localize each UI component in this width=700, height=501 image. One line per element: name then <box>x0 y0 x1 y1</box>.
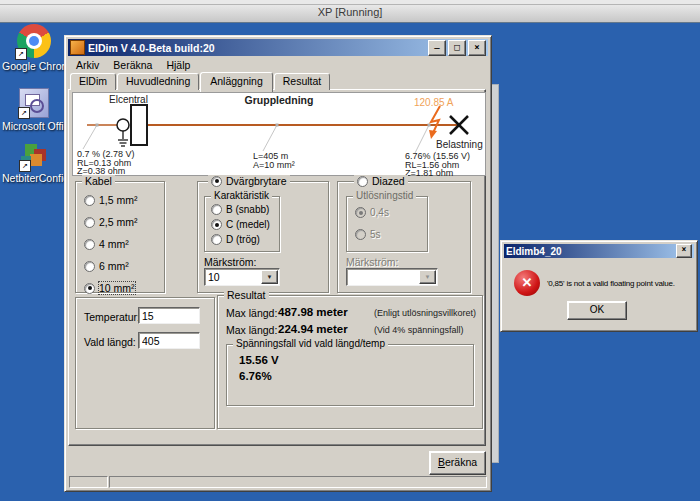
leader-line-left <box>83 125 97 149</box>
tab-anlaggning[interactable]: Anläggning <box>200 72 273 92</box>
radio-2-5mm2[interactable]: 2,5 mm² <box>84 216 138 228</box>
shortcut-arrow-icon: ↗ <box>18 107 30 119</box>
host-window-title: XP [Running] <box>0 6 700 18</box>
leader-line-right <box>415 125 429 153</box>
left-info-labels: 0.7 % (2.78 V) RL=0.13 ohm Z=0.38 ohm <box>77 150 135 176</box>
window-title: ElDim V 4.0-Beta build:20 <box>88 42 428 54</box>
elcentral-symbol <box>131 105 147 145</box>
radio-label: 1,5 mm² <box>99 194 138 206</box>
radio-icon <box>355 229 366 240</box>
resultat-caption: Resultat <box>224 289 269 301</box>
radio-icon <box>211 176 222 187</box>
dropdown-arrow-icon[interactable]: ▼ <box>261 270 278 284</box>
utlosningstid-caption: Utlösningstid <box>353 190 416 201</box>
spanningsfall-volt: 15.56 V <box>239 354 279 366</box>
spanningsfall-caption: Spänningsfall vid vald längd/temp <box>233 338 388 349</box>
max-langd-note-2: (Vid 4% spänningsfall) <box>374 325 463 335</box>
markstrom-label-disabled: Märkström: <box>346 256 399 268</box>
kabel-caption: Kabel <box>82 175 115 187</box>
radio-label: 4 mm² <box>99 238 129 250</box>
error-icon: ✕ <box>514 270 540 296</box>
ok-button[interactable]: OK <box>567 301 627 320</box>
minimize-button[interactable]: _ <box>428 40 446 56</box>
radio-6mm2[interactable]: 6 mm² <box>84 260 129 272</box>
eldim-window: ElDim V 4.0-Beta build:20 _ □ × Arkiv Be… <box>64 35 492 492</box>
radio-icon <box>211 204 222 215</box>
desktop-icon-label: NetbiterConfig <box>2 173 69 184</box>
radio-5s: 5s <box>355 229 381 240</box>
radio-label: Dvärgbrytare <box>226 175 287 187</box>
resultat-group: Resultat Max längd: 487.98 meter (Enligt… <box>217 295 483 429</box>
max-langd-value-1: 487.98 meter <box>278 306 348 318</box>
berakna-button[interactable]: Beräkna <box>429 451 486 475</box>
max-langd-note-1: (Enligt utlösningsvillkoret) <box>374 308 476 318</box>
radio-icon <box>211 234 222 245</box>
desktop-icon-microsoft-office[interactable]: ↗ Microsoft Office F... <box>2 88 66 121</box>
close-button[interactable]: × <box>468 40 486 56</box>
shortcut-arrow-icon: ↗ <box>15 48 27 60</box>
dialog-titlebar[interactable]: Eldimb4_20 × <box>504 244 694 258</box>
radio-b-snabb[interactable]: B (snabb) <box>211 204 269 215</box>
vald-langd-label: Vald längd: <box>84 336 136 348</box>
spanningsfall-percent: 6.76% <box>239 370 272 382</box>
mid-info-labels: L=405 m A=10 mm² <box>253 152 295 169</box>
app-icon <box>70 40 85 55</box>
desktop-icon-google-chrome[interactable]: ↗ Google Chrome <box>2 24 66 61</box>
status-cell-2 <box>109 476 487 488</box>
radio-label: 0,4s <box>370 207 389 218</box>
radio-4mm2[interactable]: 4 mm² <box>84 238 129 250</box>
radio-icon <box>211 219 222 230</box>
radio-10mm2[interactable]: 10 mm² <box>84 282 135 294</box>
diagram-panel: Elcentral Gruppledning 120.85 A Belastni… <box>72 92 486 176</box>
radio-label: 10 mm² <box>99 282 135 294</box>
radio-c-medel[interactable]: C (medel) <box>211 219 270 230</box>
radio-label: 2,5 mm² <box>99 216 138 228</box>
radio-d-trog[interactable]: D (trög) <box>211 234 260 245</box>
vald-langd-input[interactable] <box>138 332 200 349</box>
max-langd-label-1: Max längd: <box>226 307 277 319</box>
menu-hjalp[interactable]: Hjälp <box>159 57 197 73</box>
menu-berakna[interactable]: Beräkna <box>106 57 159 73</box>
karakteristik-caption: Karaktäristik <box>211 190 272 201</box>
radio-label: 5s <box>370 229 381 240</box>
host-titlebar[interactable]: XP [Running] <box>0 0 700 23</box>
desktop-icon-netbiterconfig[interactable]: ↗ NetbiterConfig <box>2 144 66 173</box>
office-icon: ↗ <box>19 88 49 118</box>
radio-label: Diazed <box>372 175 405 187</box>
karakteristik-group: Karaktäristik B (snabb) C (medel) D (trö… <box>204 196 280 252</box>
shortcut-arrow-icon: ↗ <box>19 160 31 172</box>
menu-arkiv[interactable]: Arkiv <box>69 57 106 73</box>
radio-label: 6 mm² <box>99 260 129 272</box>
temperatur-input[interactable] <box>138 307 200 324</box>
radio-icon <box>84 195 95 206</box>
radio-1-5mm2[interactable]: 1,5 mm² <box>84 194 138 206</box>
max-langd-value-2: 224.94 meter <box>278 323 348 335</box>
maximize-button[interactable]: □ <box>448 40 466 56</box>
langd-group: Temperatur: Vald längd: <box>75 297 215 429</box>
radio-icon <box>84 261 95 272</box>
current-value-label: 120.85 A <box>414 97 453 108</box>
status-cell-1 <box>69 476 108 488</box>
eldim-titlebar[interactable]: ElDim V 4.0-Beta build:20 _ □ × <box>68 39 488 56</box>
tab-huvudledning[interactable]: Huvudledning <box>117 73 199 90</box>
spanningsfall-group: Spänningsfall vid vald längd/temp 15.56 … <box>226 344 474 406</box>
berakna-rest: eräkna <box>445 456 477 468</box>
markstrom-combobox-disabled: ▼ <box>346 268 438 286</box>
right-info-labels: 6.76% (15.56 V) RL=1.56 ohm Z=1.81 ohm <box>405 152 470 178</box>
netbiter-icon: ↗ <box>21 144 47 170</box>
radio-04s: 0,4s <box>355 207 389 218</box>
error-message: '0,85' is not a valid floating point val… <box>547 279 675 288</box>
leader-line-mid <box>263 125 277 151</box>
tab-resultat[interactable]: Resultat <box>274 73 331 90</box>
radio-diazed[interactable]: Diazed <box>354 175 408 187</box>
markstrom-combobox[interactable]: 10 ▼ <box>204 268 280 286</box>
breaker-circle-icon <box>117 119 129 131</box>
dialog-close-button[interactable]: × <box>676 244 692 258</box>
radio-icon <box>84 239 95 250</box>
tab-eldim[interactable]: ElDim <box>70 73 116 90</box>
diazed-group: Diazed Utlösningstid 0,4s 5s Märkström: … <box>337 181 471 293</box>
temperatur-label: Temperatur: <box>84 311 140 323</box>
radio-icon <box>355 207 366 218</box>
menubar: Arkiv Beräkna Hjälp <box>69 57 197 73</box>
radio-dvargbrytare[interactable]: Dvärgbrytare <box>208 175 290 187</box>
